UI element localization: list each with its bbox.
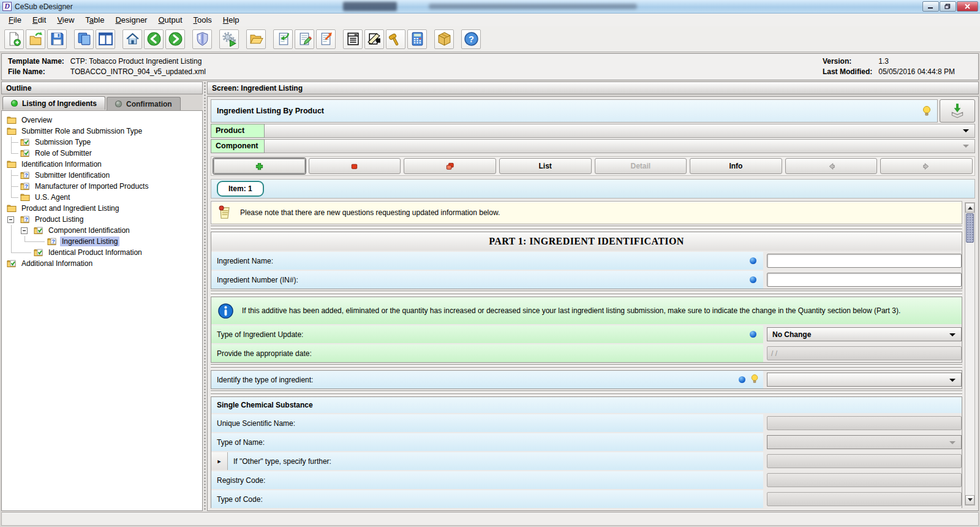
save-button[interactable] <box>47 29 67 49</box>
menu-designer[interactable]: Designer <box>110 14 153 26</box>
package-button[interactable] <box>434 29 454 49</box>
field-label: Registry Code: <box>211 471 763 489</box>
tree-expander[interactable] <box>7 214 20 225</box>
collapse-icon[interactable] <box>7 216 14 223</box>
generate-gears-button[interactable] <box>219 29 239 49</box>
minimize-button[interactable] <box>922 1 939 12</box>
tree-item-identical-product-information[interactable]: Identical Product Information <box>7 247 202 258</box>
menu-table[interactable]: Table <box>80 14 110 26</box>
ridge-line <box>211 367 962 369</box>
info-button[interactable]: Info <box>690 158 782 174</box>
duplicate-view-button[interactable] <box>74 29 94 49</box>
item-tab[interactable]: Item: 1 <box>217 181 264 197</box>
required-dot-icon <box>750 276 756 283</box>
required-dot-icon <box>750 331 756 338</box>
add-button[interactable] <box>213 158 306 174</box>
export-document-button[interactable] <box>316 29 336 49</box>
field-label: Type of Code: <box>211 490 763 508</box>
tree-item-identification-information[interactable]: Identification Information <box>7 159 202 170</box>
form-group-box: PART 1: INGREDIENT IDENTIFICATIONIngredi… <box>211 232 962 289</box>
screen-title-row: Ingredient Listing By Product <box>211 99 975 123</box>
selector-label-component: Component <box>211 139 265 153</box>
field-control <box>767 490 962 508</box>
menu-file[interactable]: File <box>3 14 27 26</box>
maximize-button[interactable] <box>940 1 956 12</box>
home-button[interactable] <box>123 29 142 49</box>
form-view-button[interactable] <box>343 29 363 49</box>
help-button[interactable]: ? <box>461 29 481 49</box>
new-document-button[interactable] <box>4 29 24 49</box>
tree-expander[interactable] <box>20 225 34 236</box>
collapse-icon[interactable] <box>21 227 28 234</box>
tree-item-ingredient-listing[interactable]: ?Ingredient Listing <box>7 236 202 247</box>
scrollbar-thumb[interactable] <box>966 213 974 243</box>
home-icon <box>125 31 140 47</box>
tree-item-u-s-agent[interactable]: U.S. Agent <box>7 192 202 203</box>
action-button-row: ListDetailInfo <box>211 156 975 176</box>
tree-item-submitter-identification[interactable]: ?Submitter Identification <box>7 170 202 181</box>
tree-item-additional-information[interactable]: Additional Information <box>7 258 202 269</box>
plus-icon <box>255 162 264 171</box>
forward-button[interactable] <box>165 29 185 49</box>
tab-listing-of-ingredients[interactable]: Listing of Ingredients <box>2 96 105 110</box>
menu-output[interactable]: Output <box>153 14 187 26</box>
gavel-button[interactable] <box>386 29 405 49</box>
tree-item-label: Overview <box>20 115 54 125</box>
scroll-down-button[interactable] <box>965 495 974 505</box>
template-info-left: Template Name: CTP: Tobacco Product Ingr… <box>8 57 206 77</box>
page-setup-button[interactable] <box>364 29 384 49</box>
field-input-ingredient-number-in[interactable] <box>767 273 962 287</box>
tree-item-role-of-submitter[interactable]: Role of Submitter <box>7 148 202 159</box>
list-button[interactable]: List <box>499 158 592 174</box>
selector-dropdown-product[interactable] <box>265 124 975 138</box>
tree-item-label: Role of Submitter <box>33 148 94 158</box>
tree-item-product-listing[interactable]: ?Product Listing <box>7 214 202 225</box>
back-button[interactable] <box>144 29 164 49</box>
open-template-button[interactable] <box>26 29 45 49</box>
field-input-registry-code <box>767 473 962 487</box>
tree-item-submission-type[interactable]: Submission Type <box>7 137 202 148</box>
menu-tools[interactable]: Tools <box>188 14 217 26</box>
field-input-ingredient-name[interactable] <box>767 254 962 268</box>
calculator-button[interactable] <box>407 29 427 49</box>
field-control <box>767 433 962 451</box>
sub-question-arrow-icon: ► <box>211 452 228 470</box>
toolbar-group <box>123 29 187 49</box>
tree-item-manufacturer-of-imported-products[interactable]: ?Manufacturer of Imported Products <box>7 181 202 192</box>
download-button[interactable] <box>940 99 975 123</box>
group-divider <box>211 289 962 297</box>
field-label: Type of Ingredient Update: <box>211 325 763 343</box>
panel-splitter[interactable] <box>203 82 207 511</box>
close-button[interactable] <box>957 1 978 12</box>
open-folder-button[interactable] <box>246 29 266 49</box>
check-icon <box>20 148 30 158</box>
tab-confirmation[interactable]: Confirmation <box>107 97 181 110</box>
validate-shield-button[interactable] <box>192 29 212 49</box>
tree-item-product-and-ingredient-listing[interactable]: Product and Ingredient Listing <box>7 203 202 214</box>
menu-edit[interactable]: Edit <box>27 14 51 26</box>
import-document-button[interactable] <box>273 29 293 49</box>
tree-connector <box>7 192 20 203</box>
copy-button[interactable] <box>404 158 496 174</box>
tree-item-overview[interactable]: Overview <box>7 115 202 126</box>
remove-button[interactable] <box>309 158 401 174</box>
file-name-value: TOBACCO_INTRO_904_v5_updated.xml <box>70 67 206 76</box>
field-label-text: Registry Code: <box>217 476 265 485</box>
tree-item-component-identification[interactable]: Component Identification <box>7 225 202 236</box>
question-icon: ? <box>20 214 30 224</box>
back-icon <box>146 31 162 47</box>
menu-help[interactable]: Help <box>217 14 245 26</box>
outline-header: Outline <box>1 82 203 94</box>
field-select-type-of-ingredient-update[interactable]: No Change <box>767 327 962 341</box>
menu-view[interactable]: View <box>51 14 80 26</box>
toolbar: ? <box>0 26 980 52</box>
tree-item-label: Product and Ingredient Listing <box>20 203 121 213</box>
edit-document-button[interactable] <box>295 29 314 49</box>
scroll-up-button[interactable] <box>965 203 974 213</box>
vertical-scrollbar[interactable] <box>965 202 975 506</box>
menu-bar: FileEditViewTableDesignerOutputToolsHelp <box>0 13 980 26</box>
gavel-icon <box>388 31 404 47</box>
field-select-identify-the-type-of-ingredient[interactable] <box>767 373 962 387</box>
tree-item-submitter-role-and-submission-type[interactable]: Submitter Role and Submission Type <box>7 126 202 137</box>
split-view-button[interactable] <box>96 29 115 49</box>
